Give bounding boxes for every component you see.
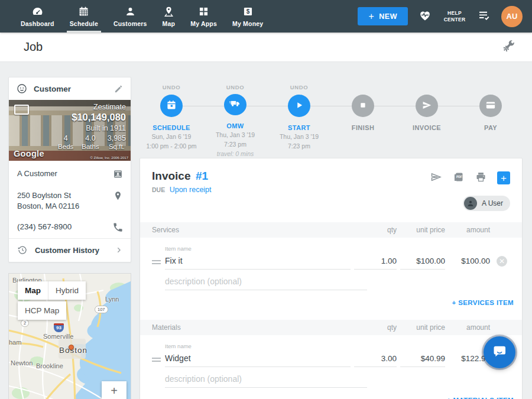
undo-omw-link[interactable]: UNDO [226, 84, 244, 90]
step-date: Thu, Jan 3 '19 [216, 131, 255, 139]
nav-item-my-apps[interactable]: My Apps [183, 0, 225, 33]
item-name-label: Item name [165, 245, 351, 252]
material-qty-input[interactable] [354, 352, 397, 367]
map-pin-icon [163, 5, 175, 18]
job-settings-button[interactable] [501, 39, 515, 56]
dollar-icon: $ [242, 5, 254, 18]
material-unit-price-input[interactable] [400, 352, 445, 367]
invoice-actions: PDF + [430, 171, 510, 185]
column-qty: qty [354, 323, 397, 332]
invoice-card: Invoice #1 DUE Upon receipt [140, 158, 523, 399]
assignee-name: A User [482, 199, 503, 207]
help-center-link[interactable]: HELP CENTER [442, 10, 467, 22]
play-icon [293, 99, 306, 113]
property-stats: 4 Beds 4.0 Baths 3,985 Sq.ft. [58, 134, 126, 150]
built-year: Built in 1911 [58, 124, 126, 132]
hybrid-type-button[interactable]: Hybrid [48, 281, 86, 300]
nav-item-customers[interactable]: Customers [106, 0, 155, 33]
start-step-button[interactable] [288, 95, 310, 117]
service-description-row [140, 270, 522, 290]
stat-beds: 4 Beds [58, 134, 73, 150]
send-invoice-button[interactable] [430, 171, 442, 185]
delete-line-button[interactable]: ✕ [497, 256, 507, 267]
calendar-icon [165, 99, 178, 113]
zoom-in-button[interactable]: + [102, 381, 126, 399]
customer-details: A Customer 250 Boylston St Boston, MA 02… [9, 161, 131, 262]
hcp-map-button[interactable]: HCP Map [18, 301, 66, 320]
contact-card-icon[interactable] [112, 168, 124, 180]
street-view-icon[interactable] [14, 105, 29, 115]
user-avatar[interactable]: AU [501, 6, 523, 27]
nav-item-dashboard[interactable]: Dashboard [13, 0, 62, 33]
chevron-right-icon [114, 245, 124, 255]
step-invoice: INVOICE [395, 84, 459, 158]
close-icon: ✕ [499, 258, 505, 265]
chat-fab-button[interactable] [484, 336, 515, 368]
undo-start-link[interactable]: UNDO [290, 84, 308, 91]
map-zoom-controls: + − [102, 381, 126, 399]
schedule-step-button[interactable] [160, 95, 183, 117]
dashboard-icon [31, 5, 44, 18]
map-type-button[interactable]: Map [18, 281, 48, 300]
printer-icon [475, 171, 487, 185]
materials-add-row: + MATERIALS ITEM [140, 388, 522, 399]
service-qty-input[interactable] [354, 255, 397, 270]
calendar-icon [77, 5, 90, 18]
material-name-input[interactable] [165, 352, 351, 367]
column-amount: amount [449, 323, 490, 332]
svg-text:$: $ [246, 8, 249, 15]
service-unit-price-input[interactable] [400, 255, 445, 270]
add-services-item-link[interactable]: + SERVICES ITEM [452, 299, 514, 306]
service-name-input[interactable] [165, 255, 351, 270]
service-line-item: Item name $100.00 ✕ [140, 238, 522, 270]
customer-card-header: Customer [9, 77, 131, 100]
print-button[interactable] [475, 171, 487, 185]
health-pulse-button[interactable] [418, 8, 432, 24]
assignee-chip[interactable]: A User [463, 196, 510, 211]
omw-step-button[interactable] [224, 94, 246, 115]
active-tab-indicator [67, 31, 101, 33]
section-title: Services [152, 226, 351, 234]
due-terms-link[interactable]: Upon receipt [170, 186, 212, 194]
nav-actions: + NEW HELP CENTER AU [358, 0, 532, 33]
tasks-button[interactable] [477, 8, 491, 24]
nav-label: Schedule [70, 20, 98, 27]
nav-item-my-money[interactable]: $ My Money [225, 0, 271, 33]
new-button[interactable]: + NEW [358, 7, 408, 25]
material-description-input[interactable] [165, 373, 367, 388]
edit-pencil-icon[interactable] [113, 84, 124, 94]
step-schedule: UNDO SCHEDULE Sun, Jan 6 '19 1:00 pm - 2… [140, 84, 203, 158]
nav-item-schedule[interactable]: Schedule [62, 0, 106, 33]
add-materials-item-link[interactable]: + MATERIALS ITEM [447, 397, 514, 399]
page-body: Customer Zestimate $10,149,080 Built in … [0, 62, 532, 399]
pay-step-button[interactable] [479, 95, 502, 117]
wrench-gear-icon [501, 45, 515, 55]
undo-schedule-link[interactable]: UNDO [163, 84, 180, 91]
zestimate-overlay: Zestimate $10,149,080 Built in 1911 4 Be… [58, 103, 126, 150]
service-description-input[interactable] [165, 275, 367, 290]
location-pin-icon[interactable] [112, 190, 124, 202]
person-icon [124, 5, 137, 18]
step-pay: PAY [459, 84, 523, 158]
customer-history-label: Customer History [35, 246, 114, 255]
zestimate-value: $10,149,080 [58, 112, 126, 123]
nav-label: My Money [232, 20, 263, 27]
column-amount: amount [449, 226, 490, 234]
drag-handle-icon[interactable] [152, 356, 161, 364]
step-label: START [288, 124, 310, 131]
drag-handle-icon[interactable] [152, 258, 161, 266]
finish-step-button[interactable] [352, 95, 374, 117]
phone-icon[interactable] [112, 222, 124, 233]
send-icon [420, 99, 433, 113]
pdf-button[interactable]: PDF [452, 171, 465, 185]
nav-item-map[interactable]: Map [155, 0, 183, 33]
plus-icon: + [368, 12, 374, 21]
customer-history-link[interactable]: Customer History [9, 238, 131, 262]
nav-label: My Apps [190, 20, 217, 27]
add-invoice-button[interactable]: + [497, 171, 510, 184]
step-time: 1:00 pm - 2:00 pm [146, 142, 196, 150]
credit-card-icon [484, 99, 497, 113]
materials-section-header: Materials qty unit price amount [140, 320, 522, 335]
map-layer-controls: Map Hybrid HCP Map [18, 281, 86, 320]
invoice-step-button[interactable] [416, 95, 438, 117]
